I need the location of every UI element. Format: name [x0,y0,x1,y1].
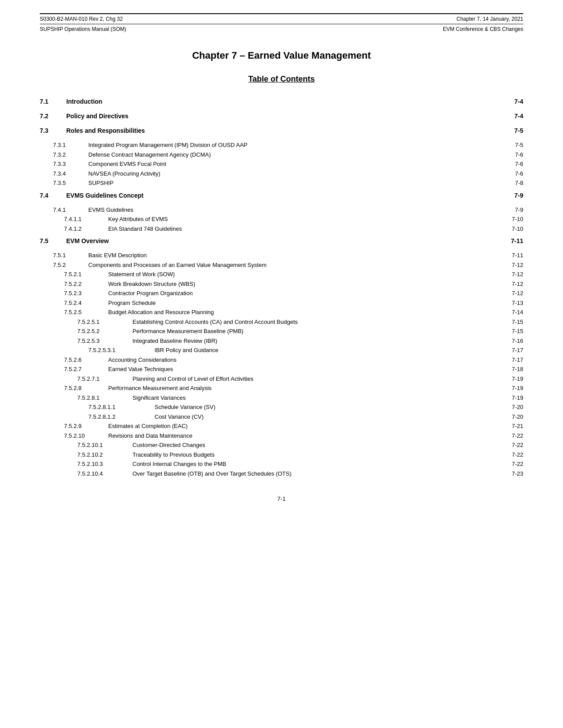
toc-entry: 7.5.2.8.1.2 Cost Variance (CV) 7-20 [40,413,523,421]
entry-left: 7.5.2.5.3 Integrated Baseline Review (IB… [40,337,501,345]
entry-page: 7-11 [501,251,523,260]
entry-left: 7.3.2 Defense Contract Management Agency… [40,150,501,159]
entry-left: 7.5.2.8.1.2 Cost Variance (CV) [40,413,501,421]
entry-page: 7-22 [501,450,523,459]
entry-left: 7.5.2.10.2 Traceability to Previous Budg… [40,450,501,459]
entry-num: 7.5 [40,236,66,246]
toc-entry: 7.5 EVM Overview 7-11 [40,236,523,246]
entry-page: 7-20 [501,403,523,412]
header-top: S0300-B2-MAN-010 Rev 2, Chg 32 Chapter 7… [40,13,523,24]
entry-num: 7.5.2.10.2 [40,450,132,459]
entry-label: Estimates at Completion (EAC) [108,422,501,431]
toc-entry: 7.3.4 NAVSEA (Procuring Activity) 7-6 [40,169,523,178]
entry-page: 7-6 [501,169,523,178]
entry-page: 7-19 [501,394,523,402]
entry-page: 7-5 [501,141,523,150]
entry-left: 7.5.2.10 Revisions and Data Maintenance [40,432,501,440]
entry-page: 7-4 [501,97,523,106]
toc-container: 7.1 Introduction 7-4 7.2 Policy and Dire… [40,97,523,478]
toc-entry: 7.5.2.7.1 Planning and Control of Level … [40,375,523,383]
toc-entry: 7.5.2.9 Estimates at Completion (EAC) 7-… [40,422,523,431]
entry-label: Customer-Directed Changes [132,441,501,450]
entry-left: 7.5.2.10.4 Over Target Baseline (OTB) an… [40,469,501,478]
entry-num: 7.4.1 [40,206,88,214]
header-left-bottom: SUPSHIP Operations Manual (SOM) [40,26,126,32]
entry-num: 7.3.3 [40,160,88,169]
entry-left: 7.3.5 SUPSHIP [40,179,501,188]
entry-num: 7.5.2.7 [40,365,108,374]
entry-num: 7.5.2.5.3.1 [40,346,155,355]
entry-num: 7.3.1 [40,141,88,150]
entry-num: 7.5.1 [40,251,88,260]
entry-page: 7-20 [501,413,523,421]
entry-label: Schedule Variance (SV) [155,403,501,412]
entry-left: 7.3.3 Component EVMS Focal Point [40,160,501,169]
entry-label: Defense Contract Management Agency (DCMA… [88,150,501,159]
entry-label: Revisions and Data Maintenance [108,432,501,440]
entry-page: 7-6 [501,160,523,169]
entry-num: 7.5.2.8.1 [40,394,132,402]
entry-page: 7-15 [501,318,523,326]
toc-entry: 7.5.2.2 Work Breakdown Structure (WBS) 7… [40,280,523,289]
footer: 7-1 [40,495,523,502]
entry-label: Integrated Program Management (IPM) Divi… [88,141,501,150]
toc-entry: 7.5.2 Components and Processes of an Ear… [40,261,523,270]
entry-num: 7.5.2 [40,261,88,270]
toc-title: Table of Contents [40,75,523,84]
entry-page: 7-12 [501,261,523,270]
entry-page: 7-12 [501,270,523,279]
toc-entry: 7.4 EVMS Guidelines Concept 7-9 [40,191,523,200]
footer-page: 7-1 [277,495,286,502]
entry-label: Component EVMS Focal Point [88,160,501,169]
entry-page: 7-8 [501,179,523,188]
entry-label: Budget Allocation and Resource Planning [108,308,501,317]
entry-left: 7.3.4 NAVSEA (Procuring Activity) [40,169,501,178]
entry-page: 7-18 [501,365,523,374]
entry-num: 7.5.2.8.1.2 [40,413,155,421]
entry-page: 7-19 [501,375,523,383]
header-right-bottom: EVM Conference & CBS Changes [443,26,523,32]
entry-label: Significant Variances [132,394,501,402]
entry-page: 7-23 [501,469,523,478]
entry-label: SUPSHIP [88,179,501,188]
entry-label: Roles and Responsibilities [66,126,501,135]
entry-left: 7.4.1.1 Key Attributes of EVMS [40,215,501,224]
toc-entry: 7.5.2.3 Contractor Program Organization … [40,289,523,298]
entry-page: 7-4 [501,112,523,121]
entry-label: Work Breakdown Structure (WBS) [108,280,501,289]
entry-page: 7-11 [501,236,523,246]
entry-page: 7-12 [501,280,523,289]
entry-num: 7.5.2.2 [40,280,108,289]
entry-page: 7-15 [501,327,523,336]
toc-entry: 7.5.2.10 Revisions and Data Maintenance … [40,432,523,440]
entry-page: 7-6 [501,150,523,159]
entry-page: 7-9 [501,191,523,200]
entry-left: 7.5.2.10.3 Control Internal Changes to t… [40,460,501,469]
entry-label: Program Schedule [108,299,501,308]
entry-num: 7.3.2 [40,150,88,159]
entry-num: 7.5.2.7.1 [40,375,132,383]
entry-page: 7-10 [501,215,523,224]
entry-label: Key Attributes of EVMS [108,215,501,224]
entry-left: 7.4.1.2 EIA Standard 748 Guidelines [40,225,501,233]
entry-num: 7.5.2.10.3 [40,460,132,469]
entry-label: EVM Overview [66,236,501,246]
page: S0300-B2-MAN-010 Rev 2, Chg 32 Chapter 7… [0,0,563,728]
entry-left: 7.5.2.5.2 Performance Measurement Baseli… [40,327,501,336]
entry-page: 7-9 [501,206,523,214]
entry-num: 7.4.1.2 [40,225,108,233]
entry-label: Statement of Work (SOW) [108,270,501,279]
toc-entry: 7.5.2.10.4 Over Target Baseline (OTB) an… [40,469,523,478]
entry-num: 7.5.2.5.3 [40,337,132,345]
entry-left: 7.5.2.9 Estimates at Completion (EAC) [40,422,501,431]
toc-entry: 7.3 Roles and Responsibilities 7-5 [40,126,523,135]
entry-num: 7.5.2.5 [40,308,108,317]
entry-num: 7.5.2.10.4 [40,469,132,478]
entry-label: EVMS Guidelines Concept [66,191,501,200]
entry-page: 7-14 [501,308,523,317]
entry-left: 7.5.2.7.1 Planning and Control of Level … [40,375,501,383]
entry-page: 7-17 [501,346,523,355]
entry-num: 7.5.2.8.1.1 [40,403,155,412]
entry-page: 7-22 [501,460,523,469]
entry-label: EVMS Guidelines [88,206,501,214]
